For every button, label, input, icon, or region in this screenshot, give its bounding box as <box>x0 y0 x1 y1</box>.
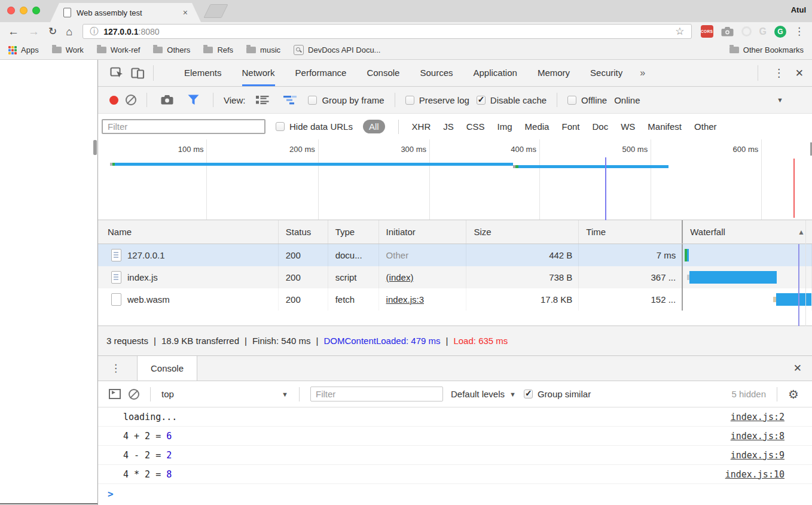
column-header-waterfall[interactable]: Waterfall ▲ <box>682 220 812 244</box>
column-header-size[interactable]: Size <box>466 220 579 244</box>
bookmark-apps[interactable]: Apps <box>8 45 39 54</box>
browser-tab[interactable]: Web assembly test × <box>50 3 201 22</box>
capture-screenshots-icon[interactable] <box>161 95 173 105</box>
forward-icon[interactable]: → <box>28 26 39 37</box>
home-icon[interactable]: ⌂ <box>66 26 72 37</box>
offline-checkbox[interactable]: Offline <box>567 95 607 105</box>
throttling-selector[interactable]: Online <box>614 95 640 105</box>
record-button[interactable] <box>109 96 118 105</box>
filter-type-all[interactable]: All <box>363 120 385 133</box>
checkbox[interactable] <box>524 390 533 398</box>
checkbox[interactable] <box>477 96 486 105</box>
bookmark-devdocs[interactable]: DevDocs API Docu... <box>294 45 380 55</box>
new-tab-button[interactable] <box>203 4 228 18</box>
bookmark-folder-work[interactable]: Work <box>52 45 84 54</box>
tab-close-icon[interactable]: × <box>183 8 188 17</box>
preserve-log-checkbox[interactable]: Preserve log <box>405 95 469 105</box>
filter-type-manifest[interactable]: Manifest <box>648 121 682 132</box>
source-link[interactable]: index.js:8 <box>731 431 784 442</box>
address-bar[interactable]: ⓘ 127.0.0.1:8080 ☆ <box>83 24 691 39</box>
column-header-name[interactable]: Name <box>98 220 279 244</box>
column-header-time[interactable]: Time <box>579 220 682 244</box>
disabled-g-extension-icon[interactable]: G <box>759 26 767 37</box>
tab-sources[interactable]: Sources <box>420 60 453 86</box>
window-minimize-button[interactable] <box>20 7 28 14</box>
console-filter-input[interactable] <box>310 387 443 401</box>
console-prompt[interactable]: > <box>98 484 812 503</box>
execution-context-icon[interactable] <box>109 389 121 399</box>
filter-type-font[interactable]: Font <box>561 121 579 132</box>
tab-security[interactable]: Security <box>590 60 622 86</box>
tab-performance[interactable]: Performance <box>295 60 347 86</box>
checkbox[interactable] <box>405 96 414 105</box>
source-link[interactable]: index.js:10 <box>725 469 784 480</box>
filter-type-js[interactable]: JS <box>443 121 454 132</box>
devtools-close-icon[interactable]: ✕ <box>795 67 804 80</box>
initiator-link[interactable]: index.js:3 <box>386 294 424 305</box>
checkbox[interactable] <box>308 96 317 105</box>
filter-type-other[interactable]: Other <box>694 121 717 132</box>
request-name-cell[interactable]: 127.0.0.1 <box>98 244 279 266</box>
reload-icon[interactable]: ↻ <box>48 26 57 36</box>
disabled-extension-icon[interactable] <box>741 26 752 36</box>
timeline-view-icon[interactable] <box>283 96 297 105</box>
list-view-icon[interactable] <box>256 95 269 105</box>
request-name-cell[interactable]: web.wasm <box>98 288 279 311</box>
tab-console[interactable]: Console <box>367 60 399 86</box>
cors-extension-icon[interactable]: CORS <box>701 25 713 38</box>
clear-icon[interactable] <box>126 95 136 105</box>
group-similar-checkbox[interactable]: Group similar <box>524 389 591 399</box>
console-tab[interactable]: Console <box>137 356 197 381</box>
column-header-initiator[interactable]: Initiator <box>379 220 467 244</box>
grammarly-extension-icon[interactable]: G <box>774 26 786 38</box>
filter-type-img[interactable]: Img <box>497 121 512 132</box>
bookmark-folder-others[interactable]: Others <box>153 45 190 54</box>
column-header-type[interactable]: Type <box>328 220 379 244</box>
network-overview-timeline[interactable]: 100 ms 200 ms 300 ms 400 ms 500 ms 600 m… <box>98 139 812 220</box>
bookmark-folder-refs[interactable]: Refs <box>203 45 233 54</box>
checkbox[interactable] <box>567 96 576 105</box>
window-close-button[interactable] <box>7 7 15 14</box>
screenshot-extension-icon[interactable] <box>721 27 734 36</box>
table-row[interactable]: web.wasm 200 fetch index.js:3 17.8 KB 15… <box>98 288 812 311</box>
group-by-frame-checkbox[interactable]: Group by frame <box>308 95 384 105</box>
more-tabs-icon[interactable]: » <box>640 68 645 78</box>
network-filter-input[interactable] <box>102 119 265 134</box>
log-levels-selector[interactable]: Default levels ▼ <box>451 389 516 399</box>
column-header-status[interactable]: Status <box>279 220 328 244</box>
table-row[interactable]: index.js 200 script (index) 738 B 367 ..… <box>98 266 812 288</box>
bookmark-folder-music[interactable]: music <box>246 45 280 54</box>
inspect-element-icon[interactable] <box>110 67 124 79</box>
browser-menu-icon[interactable]: ⋮ <box>794 25 804 38</box>
window-zoom-button[interactable] <box>32 7 40 14</box>
bookmark-folder-work-ref[interactable]: Work-ref <box>97 45 141 54</box>
drawer-close-icon[interactable]: ✕ <box>793 362 802 375</box>
info-icon[interactable]: ⓘ <box>90 26 98 37</box>
gear-icon[interactable]: ⚙ <box>788 387 799 401</box>
context-selector[interactable]: top ▼ <box>161 389 288 399</box>
page-viewport[interactable] <box>0 60 97 505</box>
profile-name[interactable]: Atul <box>791 5 806 14</box>
devtools-resize-handle[interactable] <box>93 140 97 155</box>
tab-elements[interactable]: Elements <box>184 60 222 86</box>
filter-type-css[interactable]: CSS <box>466 121 485 132</box>
devtools-menu-icon[interactable]: ⋮ <box>774 66 784 80</box>
chevron-down-icon[interactable]: ▼ <box>777 96 783 104</box>
back-icon[interactable]: ← <box>8 26 19 37</box>
tab-network[interactable]: Network <box>242 60 275 86</box>
other-bookmarks[interactable]: Other Bookmarks <box>729 45 804 54</box>
hide-data-urls-checkbox[interactable]: Hide data URLs <box>276 121 353 132</box>
filter-funnel-icon[interactable] <box>188 95 199 105</box>
source-link[interactable]: index.js:2 <box>731 412 784 422</box>
disable-cache-checkbox[interactable]: Disable cache <box>477 95 547 105</box>
bookmark-star-icon[interactable]: ☆ <box>675 25 684 38</box>
source-link[interactable]: index.js:9 <box>731 450 784 461</box>
device-toolbar-icon[interactable] <box>131 68 145 79</box>
clear-console-icon[interactable] <box>129 389 139 400</box>
filter-type-media[interactable]: Media <box>525 121 550 132</box>
filter-type-ws[interactable]: WS <box>621 121 635 132</box>
tab-memory[interactable]: Memory <box>538 60 570 86</box>
tab-application[interactable]: Application <box>474 60 517 86</box>
filter-type-doc[interactable]: Doc <box>592 121 608 132</box>
filter-type-xhr[interactable]: XHR <box>412 121 431 132</box>
